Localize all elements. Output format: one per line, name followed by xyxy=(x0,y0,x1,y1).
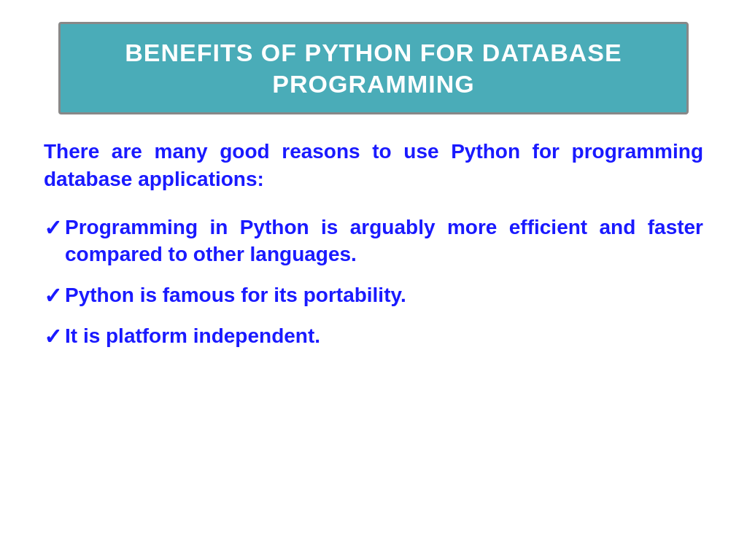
bullet-text-2: Python is famous for its portability. xyxy=(65,281,703,309)
checkmark-icon-3: ✓ xyxy=(44,324,62,349)
slide: BENEFITS OF PYTHON FOR DATABASE PROGRAMM… xyxy=(0,0,747,560)
intro-paragraph: There are many good reasons to use Pytho… xyxy=(44,138,703,193)
bullet-item-1: ✓ Programming in Python is arguably more… xyxy=(44,214,703,269)
title-box: BENEFITS OF PYTHON FOR DATABASE PROGRAMM… xyxy=(58,22,689,114)
title-line1: BENEFITS OF PYTHON FOR DATABASE xyxy=(125,39,622,66)
bullet-list: ✓ Programming in Python is arguably more… xyxy=(44,214,703,350)
checkmark-icon-2: ✓ xyxy=(44,283,62,308)
slide-title: BENEFITS OF PYTHON FOR DATABASE PROGRAMM… xyxy=(82,37,665,99)
bullet-text-1: Programming in Python is arguably more e… xyxy=(65,214,703,269)
checkmark-icon-1: ✓ xyxy=(44,215,62,241)
title-line2: PROGRAMMING xyxy=(272,70,474,98)
bullet-item-2: ✓ Python is famous for its portability. xyxy=(44,281,703,309)
bullet-text-3: It is platform independent. xyxy=(65,322,703,350)
bullet-item-3: ✓ It is platform independent. xyxy=(44,322,703,350)
